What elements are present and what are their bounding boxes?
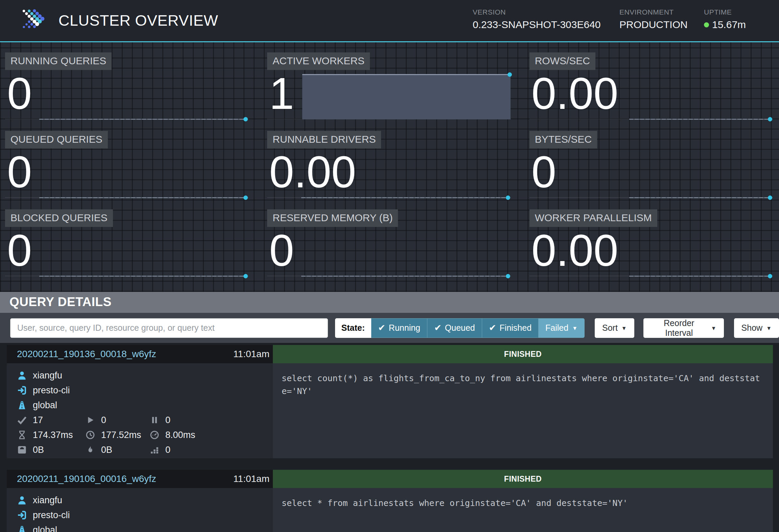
- chevron-down-icon: ▼: [766, 325, 772, 331]
- check-icon: [16, 415, 28, 425]
- cpu-time: 8.00ms: [165, 430, 195, 440]
- uptime-label: UPTIME: [704, 8, 746, 16]
- metric-label: BYTES/SEC: [529, 131, 597, 148]
- state-label: State:: [335, 318, 371, 338]
- query-resource-group-row: global: [7, 398, 273, 413]
- metric-label: ROWS/SEC: [529, 52, 595, 70]
- sign-in-icon: [16, 510, 28, 520]
- query-resource-group: global: [33, 525, 57, 532]
- sign-in-icon: [16, 385, 28, 395]
- query-user: xiangfu: [33, 495, 62, 506]
- road-icon: [16, 400, 28, 410]
- version-value: 0.233-SNAPSHOT-303E640: [473, 19, 601, 30]
- metric-label: BLOCKED QUERIES: [5, 209, 113, 227]
- status-badge: FINISHED: [273, 345, 773, 363]
- query-time: 11:01am: [233, 349, 269, 360]
- completed-splits: 17: [33, 415, 43, 425]
- query-user: xiangfu: [33, 370, 62, 381]
- sparkline: [39, 276, 246, 277]
- hourglass-icon: [16, 430, 28, 440]
- query-sql-text: select * from airlinestats where origins…: [273, 488, 773, 532]
- query-user-row: xiangfu: [7, 368, 273, 383]
- play-icon: [85, 416, 96, 424]
- reorder-interval-dropdown[interactable]: Reorder Interval ▼: [643, 318, 724, 338]
- gauge-icon: [149, 430, 160, 440]
- sparkline: [301, 276, 508, 277]
- bar-dots-icon: [149, 445, 160, 454]
- check-icon: ✔: [378, 323, 385, 333]
- query-meta-panel: xiangfu presto-cli global: [7, 488, 273, 532]
- query-list: 20200211_190136_00018_w6yfz 11:01am FINI…: [0, 343, 779, 532]
- flame-icon: [85, 445, 96, 455]
- status-badge: FINISHED: [273, 470, 773, 488]
- query-user-row: xiangfu: [7, 493, 273, 508]
- query-header-left: 20200211_190136_00018_w6yfz 11:01am: [7, 345, 273, 363]
- uptime-info: UPTIME 15.67m: [704, 8, 746, 30]
- uptime-status-icon: [704, 22, 709, 27]
- query-id-link[interactable]: 20200211_190136_00018_w6yfz: [17, 349, 156, 360]
- app-header: CLUSTER OVERVIEW VERSION 0.233-SNAPSHOT-…: [0, 0, 779, 42]
- metric-label: ACTIVE WORKERS: [267, 52, 370, 70]
- query-filter-toolbar: State: ✔ Running ✔ Queued ✔ Finished Fai…: [0, 313, 779, 343]
- clock-icon: [85, 430, 96, 440]
- queued-splits: 0: [165, 415, 170, 425]
- sort-dropdown[interactable]: Sort ▼: [595, 318, 634, 338]
- scale-icon: [16, 445, 28, 455]
- sparkline: [301, 197, 508, 198]
- query-sql-text: select count(*) as flights_from_ca_to_ny…: [273, 363, 773, 458]
- query-details-title: QUERY DETAILS: [0, 292, 779, 313]
- active-workers-area-chart: [302, 74, 511, 119]
- filter-queued-button[interactable]: ✔ Queued: [427, 318, 482, 338]
- metric-tile-rows-sec: ROWS/SEC 0.00: [529, 52, 773, 120]
- peak-memory: 0B: [101, 445, 112, 455]
- query-header: 20200211_190106_00016_w6yfz 11:01am FINI…: [7, 470, 773, 488]
- query-card: 20200211_190106_00016_w6yfz 11:01am FINI…: [7, 470, 773, 532]
- metric-label: RESERVED MEMORY (B): [267, 209, 398, 227]
- query-source-row: presto-cli: [7, 383, 273, 398]
- query-splits-row: 17 0 0: [7, 413, 273, 427]
- user-icon: [16, 370, 28, 380]
- sparkline: [39, 119, 246, 120]
- road-icon: [16, 525, 28, 532]
- show-dropdown[interactable]: Show ▼: [734, 318, 779, 338]
- query-source: presto-cli: [33, 510, 70, 521]
- metric-label: RUNNING QUERIES: [5, 52, 112, 70]
- query-id-link[interactable]: 20200211_190106_00016_w6yfz: [17, 473, 156, 484]
- metric-value: 0.00: [532, 71, 618, 116]
- version-info: VERSION 0.233-SNAPSHOT-303E640: [473, 8, 601, 30]
- query-memory-row: 0B 0B 0: [7, 442, 273, 457]
- search-input[interactable]: [10, 318, 328, 338]
- running-splits: 0: [101, 415, 106, 425]
- sparkline: [629, 276, 771, 277]
- metric-value: 0: [7, 71, 32, 116]
- query-resource-group: global: [33, 400, 57, 411]
- current-memory: 0B: [33, 445, 44, 455]
- chevron-down-icon: ▼: [621, 325, 627, 331]
- chevron-down-icon: ▼: [572, 325, 577, 331]
- environment-value: PRODUCTION: [619, 19, 688, 30]
- environment-label: ENVIRONMENT: [619, 8, 688, 16]
- metric-value: 1: [269, 71, 294, 116]
- check-icon: ✔: [489, 323, 496, 333]
- metric-tile-bytes-sec: BYTES/SEC 0: [529, 131, 773, 199]
- metric-tile-blocked-queries: BLOCKED QUERIES 0: [5, 209, 249, 277]
- uptime-value: 15.67m: [712, 19, 746, 30]
- metric-tile-running-queries: RUNNING QUERIES 0: [5, 52, 249, 120]
- pause-icon: [149, 416, 160, 424]
- metric-tile-reserved-memory: RESERVED MEMORY (B) 0: [267, 209, 511, 277]
- query-resource-group-row: global: [7, 523, 273, 532]
- metric-value: 0.00: [269, 150, 356, 194]
- query-source-row: presto-cli: [7, 508, 273, 523]
- query-source: presto-cli: [33, 385, 70, 396]
- wall-time: 174.37ms: [33, 430, 73, 440]
- metric-value: 0: [269, 228, 294, 273]
- filter-finished-button[interactable]: ✔ Finished: [482, 318, 539, 338]
- filter-running-button[interactable]: ✔ Running: [371, 318, 427, 338]
- metric-value: 0.00: [532, 228, 618, 273]
- cluster-metrics-grid: RUNNING QUERIES 0 ACTIVE WORKERS 1 ROWS/…: [0, 42, 779, 292]
- query-card: 20200211_190136_00018_w6yfz 11:01am FINI…: [7, 345, 773, 458]
- filter-failed-dropdown[interactable]: Failed ▼: [539, 318, 585, 338]
- environment-info: ENVIRONMENT PRODUCTION: [619, 8, 688, 30]
- state-filter-group: State: ✔ Running ✔ Queued ✔ Finished Fai…: [335, 318, 585, 338]
- query-body: xiangfu presto-cli global select * from …: [7, 488, 773, 532]
